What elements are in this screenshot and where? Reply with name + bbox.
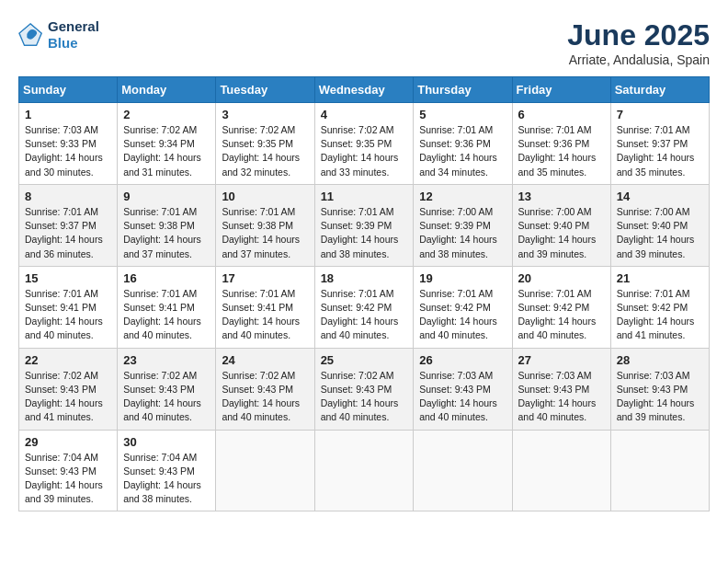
day-info: Sunrise: 7:02 AM Sunset: 9:43 PM Dayligh… (321, 369, 409, 425)
calendar-cell: 13 Sunrise: 7:00 AM Sunset: 9:40 PM Dayl… (512, 184, 610, 266)
col-wednesday: Wednesday (314, 77, 414, 103)
calendar-cell: 3 Sunrise: 7:02 AM Sunset: 9:35 PM Dayli… (216, 103, 314, 185)
calendar-cell: 28 Sunrise: 7:03 AM Sunset: 9:43 PM Dayl… (610, 348, 709, 430)
calendar-cell: 17 Sunrise: 7:01 AM Sunset: 9:41 PM Dayl… (216, 266, 314, 348)
day-info: Sunrise: 7:01 AM Sunset: 9:36 PM Dayligh… (518, 123, 606, 179)
day-number: 6 (518, 108, 606, 121)
day-number: 8 (25, 190, 112, 203)
day-info: Sunrise: 7:01 AM Sunset: 9:38 PM Dayligh… (123, 205, 210, 261)
calendar-cell: 9 Sunrise: 7:01 AM Sunset: 9:38 PM Dayli… (118, 184, 216, 266)
day-number: 3 (222, 108, 309, 121)
logo-text: General Blue (48, 18, 99, 52)
calendar-header-row: Sunday Monday Tuesday Wednesday Thursday… (19, 77, 710, 103)
day-info: Sunrise: 7:01 AM Sunset: 9:39 PM Dayligh… (321, 205, 409, 261)
calendar-week-1: 1 Sunrise: 7:03 AM Sunset: 9:33 PM Dayli… (19, 103, 710, 185)
calendar-cell: 12 Sunrise: 7:00 AM Sunset: 9:39 PM Dayl… (414, 184, 512, 266)
day-info: Sunrise: 7:02 AM Sunset: 9:34 PM Dayligh… (123, 123, 210, 179)
calendar-cell: 5 Sunrise: 7:01 AM Sunset: 9:36 PM Dayli… (414, 103, 512, 185)
calendar-cell: 10 Sunrise: 7:01 AM Sunset: 9:38 PM Dayl… (216, 184, 314, 266)
day-info: Sunrise: 7:01 AM Sunset: 9:38 PM Dayligh… (222, 205, 309, 261)
calendar-cell: 4 Sunrise: 7:02 AM Sunset: 9:35 PM Dayli… (314, 103, 414, 185)
day-number: 15 (25, 271, 112, 285)
day-number: 25 (321, 353, 409, 367)
day-number: 5 (419, 108, 506, 121)
day-info: Sunrise: 7:01 AM Sunset: 9:41 PM Dayligh… (25, 287, 112, 343)
day-number: 24 (222, 353, 309, 367)
calendar-cell: 6 Sunrise: 7:01 AM Sunset: 9:36 PM Dayli… (512, 103, 610, 185)
col-friday: Friday (512, 77, 610, 103)
day-info: Sunrise: 7:02 AM Sunset: 9:43 PM Dayligh… (222, 369, 309, 425)
calendar-week-3: 15 Sunrise: 7:01 AM Sunset: 9:41 PM Dayl… (19, 266, 710, 348)
day-info: Sunrise: 7:01 AM Sunset: 9:41 PM Dayligh… (123, 287, 210, 343)
location-subtitle: Arriate, Andalusia, Spain (567, 52, 710, 67)
day-info: Sunrise: 7:00 AM Sunset: 9:40 PM Dayligh… (518, 205, 606, 261)
day-number: 16 (123, 271, 210, 285)
calendar-week-5: 29 Sunrise: 7:04 AM Sunset: 9:43 PM Dayl… (19, 430, 710, 511)
day-number: 11 (321, 190, 409, 203)
calendar-cell: 8 Sunrise: 7:01 AM Sunset: 9:37 PM Dayli… (19, 184, 118, 266)
calendar-week-2: 8 Sunrise: 7:01 AM Sunset: 9:37 PM Dayli… (19, 184, 710, 266)
day-number: 18 (321, 271, 409, 285)
month-title: June 2025 (567, 18, 710, 52)
day-number: 26 (419, 353, 506, 367)
day-info: Sunrise: 7:02 AM Sunset: 9:35 PM Dayligh… (321, 123, 409, 179)
calendar-cell: 27 Sunrise: 7:03 AM Sunset: 9:43 PM Dayl… (512, 348, 610, 430)
day-number: 4 (321, 108, 409, 121)
calendar-table: Sunday Monday Tuesday Wednesday Thursday… (18, 76, 710, 511)
day-number: 7 (617, 108, 704, 121)
day-number: 30 (123, 435, 210, 449)
day-info: Sunrise: 7:01 AM Sunset: 9:42 PM Dayligh… (321, 287, 409, 343)
day-info: Sunrise: 7:02 AM Sunset: 9:35 PM Dayligh… (222, 123, 309, 179)
calendar-cell: 14 Sunrise: 7:00 AM Sunset: 9:40 PM Dayl… (610, 184, 709, 266)
day-number: 12 (419, 190, 506, 203)
calendar-cell (414, 430, 512, 511)
calendar-cell (512, 430, 610, 511)
col-tuesday: Tuesday (216, 77, 314, 103)
calendar-cell: 30 Sunrise: 7:04 AM Sunset: 9:43 PM Dayl… (118, 430, 216, 511)
calendar-cell: 20 Sunrise: 7:01 AM Sunset: 9:42 PM Dayl… (512, 266, 610, 348)
day-number: 9 (123, 190, 210, 203)
day-info: Sunrise: 7:03 AM Sunset: 9:43 PM Dayligh… (419, 369, 506, 425)
calendar-cell: 25 Sunrise: 7:02 AM Sunset: 9:43 PM Dayl… (314, 348, 414, 430)
day-info: Sunrise: 7:00 AM Sunset: 9:40 PM Dayligh… (617, 205, 704, 261)
day-info: Sunrise: 7:03 AM Sunset: 9:43 PM Dayligh… (617, 369, 704, 425)
day-number: 29 (25, 435, 112, 449)
calendar-cell: 15 Sunrise: 7:01 AM Sunset: 9:41 PM Dayl… (19, 266, 118, 348)
calendar-cell: 18 Sunrise: 7:01 AM Sunset: 9:42 PM Dayl… (314, 266, 414, 348)
col-thursday: Thursday (414, 77, 512, 103)
day-number: 23 (123, 353, 210, 367)
calendar-cell: 7 Sunrise: 7:01 AM Sunset: 9:37 PM Dayli… (610, 103, 709, 185)
day-number: 10 (222, 190, 309, 203)
calendar-cell: 16 Sunrise: 7:01 AM Sunset: 9:41 PM Dayl… (118, 266, 216, 348)
day-number: 22 (25, 353, 112, 367)
calendar-cell: 23 Sunrise: 7:02 AM Sunset: 9:43 PM Dayl… (118, 348, 216, 430)
day-info: Sunrise: 7:04 AM Sunset: 9:43 PM Dayligh… (123, 451, 210, 507)
logo-general: General (48, 18, 99, 34)
calendar-cell (216, 430, 314, 511)
day-number: 14 (617, 190, 704, 203)
day-info: Sunrise: 7:01 AM Sunset: 9:36 PM Dayligh… (419, 123, 506, 179)
day-info: Sunrise: 7:01 AM Sunset: 9:42 PM Dayligh… (617, 287, 704, 343)
page-header: General Blue June 2025 Arriate, Andalusi… (18, 18, 710, 67)
calendar-cell: 26 Sunrise: 7:03 AM Sunset: 9:43 PM Dayl… (414, 348, 512, 430)
logo-icon (18, 22, 44, 48)
day-info: Sunrise: 7:04 AM Sunset: 9:43 PM Dayligh… (25, 451, 112, 507)
logo-blue: Blue (48, 35, 78, 51)
col-monday: Monday (118, 77, 216, 103)
calendar-cell: 11 Sunrise: 7:01 AM Sunset: 9:39 PM Dayl… (314, 184, 414, 266)
calendar-cell: 2 Sunrise: 7:02 AM Sunset: 9:34 PM Dayli… (118, 103, 216, 185)
calendar-cell: 1 Sunrise: 7:03 AM Sunset: 9:33 PM Dayli… (19, 103, 118, 185)
title-block: June 2025 Arriate, Andalusia, Spain (567, 18, 710, 67)
calendar-cell: 19 Sunrise: 7:01 AM Sunset: 9:42 PM Dayl… (414, 266, 512, 348)
day-info: Sunrise: 7:01 AM Sunset: 9:41 PM Dayligh… (222, 287, 309, 343)
calendar-cell: 21 Sunrise: 7:01 AM Sunset: 9:42 PM Dayl… (610, 266, 709, 348)
day-info: Sunrise: 7:01 AM Sunset: 9:42 PM Dayligh… (419, 287, 506, 343)
day-info: Sunrise: 7:02 AM Sunset: 9:43 PM Dayligh… (123, 369, 210, 425)
calendar-cell: 22 Sunrise: 7:02 AM Sunset: 9:43 PM Dayl… (19, 348, 118, 430)
day-number: 13 (518, 190, 606, 203)
day-info: Sunrise: 7:00 AM Sunset: 9:39 PM Dayligh… (419, 205, 506, 261)
day-info: Sunrise: 7:01 AM Sunset: 9:37 PM Dayligh… (617, 123, 704, 179)
day-info: Sunrise: 7:03 AM Sunset: 9:43 PM Dayligh… (518, 369, 606, 425)
calendar-week-4: 22 Sunrise: 7:02 AM Sunset: 9:43 PM Dayl… (19, 348, 710, 430)
day-info: Sunrise: 7:01 AM Sunset: 9:37 PM Dayligh… (25, 205, 112, 261)
